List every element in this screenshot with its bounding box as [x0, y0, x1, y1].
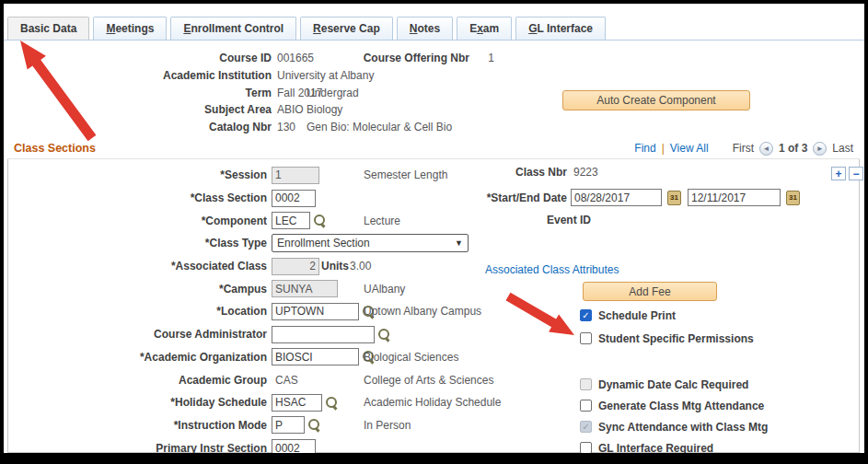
event-id-row: Event ID [4, 214, 591, 226]
student-specific-permissions-row: Student Specific Permissions [580, 328, 754, 349]
start-date-calendar-icon[interactable]: 31 [667, 191, 681, 205]
instruction-mode-input[interactable] [272, 416, 305, 434]
course-offering-value: 1 [488, 52, 494, 64]
location-input[interactable] [272, 303, 359, 320]
tab-bar: Basic DataMeetingsEnrollment ControlRese… [7, 17, 606, 40]
holiday-schedule-label: *Holiday Schedule [4, 396, 272, 409]
nav-separator: | [662, 142, 665, 155]
academic-institution-row: Academic InstitutionUniversity at Albany [4, 67, 648, 85]
gl-interface-required-row: GL Interface Required [580, 437, 768, 458]
primary-instr-section-label: Primary Instr Section [4, 442, 272, 455]
tab-notes[interactable]: Notes [397, 17, 453, 40]
tab-underline [4, 40, 864, 41]
subject-area-value: ABIO [277, 103, 304, 116]
academic-institution-value: University at Albany [277, 69, 374, 82]
class-nbr-label: Class Nbr [4, 166, 567, 179]
tab-basic-data[interactable]: Basic Data [7, 17, 89, 40]
next-row-button[interactable]: ► [813, 142, 827, 156]
location-description: Uptown Albany Campus [364, 305, 481, 318]
schedule-print-checkbox[interactable]: ✓ [580, 309, 592, 321]
sync-attendance-with-class-mtg-row: ✓Sync Attendance with Class Mtg [580, 416, 768, 437]
sync-attendance-with-class-mtg-label: Sync Attendance with Class Mtg [598, 421, 768, 434]
add-row-button[interactable]: + [831, 167, 846, 180]
academic-group-value: CAS [272, 374, 298, 387]
tab-meetings[interactable]: Meetings [93, 17, 167, 40]
dynamic-date-calc-required-row: Dynamic Date Calc Required [580, 374, 768, 395]
gl-interface-required-label: GL Interface Required [598, 442, 713, 455]
associated-class-attributes-link[interactable]: Associated Class Attributes [485, 263, 619, 276]
course-administrator-row: Course Administrator [4, 323, 469, 346]
academic-organization-row: *Academic OrganizationBiological Science… [4, 346, 469, 369]
holiday-schedule-lookup-icon[interactable] [325, 396, 339, 410]
instruction-mode-lookup-icon[interactable] [307, 418, 321, 432]
academic-organization-input[interactable] [272, 348, 359, 365]
class-type-selected-value: Enrollment Section [277, 237, 370, 249]
catalog-nbr-description: Gen Bio: Molecular & Cell Bio [307, 119, 452, 136]
add-fee-button[interactable]: Add Fee [583, 282, 717, 301]
subject-area-row: Subject AreaABIOBiology [4, 101, 648, 119]
student-specific-permissions-checkbox[interactable] [580, 332, 592, 344]
basic-data-page: Basic DataMeetingsEnrollment ControlRese… [0, 0, 868, 464]
dynamic-date-calc-required-label: Dynamic Date Calc Required [598, 378, 748, 391]
course-administrator-label: Course Administrator [4, 328, 272, 341]
primary-instr-section-row: Primary Instr Section [4, 436, 469, 459]
tab-gl-interface[interactable]: GL Interface [515, 17, 606, 40]
catalog-nbr-value: 130 [277, 121, 295, 133]
sync-attendance-with-class-mtg-checkbox: ✓ [580, 421, 592, 433]
location-row: *LocationUptown Albany Campus [4, 300, 469, 323]
auto-create-component-button[interactable]: Auto Create Component [562, 90, 750, 110]
associated-class-label: *Associated Class [4, 260, 272, 273]
class-section-form: *SessionSemester Length*Class Section*Co… [4, 164, 469, 459]
campus-description: UAlbany [364, 283, 405, 296]
class-type-select[interactable]: Enrollment Section▼ [272, 234, 469, 252]
associated-class-input [272, 258, 319, 275]
first-label: First [733, 142, 754, 155]
end-date-calendar-icon[interactable]: 31 [786, 191, 800, 205]
find-link[interactable]: Find [634, 142, 655, 155]
row-action-buttons: + − [831, 167, 863, 180]
academic-group-label: Academic Group [4, 374, 272, 387]
holiday-schedule-description: Academic Holiday Schedule [364, 396, 501, 409]
units-value: 3.00 [350, 260, 371, 273]
generate-class-mtg-attendance-row: Generate Class Mtg Attendance [580, 395, 768, 416]
class-nbr-row: Class Nbr 9223 [4, 166, 598, 179]
catalog-nbr-row: Catalog Nbr130Gen Bio: Molecular & Cell … [4, 119, 648, 136]
campus-input [272, 280, 338, 297]
last-label: Last [832, 142, 853, 155]
units-label: Units [321, 260, 349, 273]
tab-reserve-cap[interactable]: Reserve Cap [300, 17, 393, 40]
instruction-mode-description: In Person [364, 419, 411, 432]
course-administrator-lookup-icon[interactable] [377, 328, 391, 342]
view-all-link[interactable]: View All [670, 142, 709, 155]
generate-class-mtg-attendance-label: Generate Class Mtg Attendance [598, 400, 764, 412]
delete-row-button[interactable]: − [849, 167, 863, 180]
holiday-schedule-input[interactable] [272, 394, 322, 412]
start-date-input[interactable] [571, 189, 662, 206]
generate-class-mtg-attendance-checkbox[interactable] [580, 400, 592, 412]
term-description: Undergrad [307, 85, 359, 102]
schedule-print-row: ✓Schedule Print [580, 305, 676, 326]
student-specific-permissions-label: Student Specific Permissions [598, 332, 754, 345]
term-label: Term [4, 85, 272, 102]
subject-area-description: Biology [307, 101, 342, 119]
gl-interface-required-checkbox[interactable] [580, 442, 592, 454]
catalog-nbr-label: Catalog Nbr [4, 119, 272, 136]
tab-enrollment-control[interactable]: Enrollment Control [170, 17, 296, 40]
previous-row-button[interactable]: ◄ [759, 142, 773, 156]
class-sections-title: Class Sections [14, 142, 96, 155]
course-administrator-input[interactable] [272, 326, 375, 343]
dynamic-date-calc-required-checkbox [580, 378, 592, 390]
primary-instr-section-input[interactable] [272, 439, 316, 457]
class-sections-header: Class Sections Find | View All First ◄ 1… [7, 138, 860, 159]
course-offering-label: Course Offering Nbr [4, 50, 469, 67]
campus-row: *CampusUAlbany [4, 277, 469, 300]
tab-exam[interactable]: Exam [457, 17, 512, 40]
end-date-input[interactable] [688, 189, 781, 206]
term-row: TermFall 2017Undergrad [4, 85, 648, 102]
location-label: *Location [4, 305, 272, 318]
academic-organization-label: *Academic Organization [4, 351, 272, 364]
schedule-print-label: Schedule Print [598, 309, 676, 322]
academic-organization-description: Biological Sciences [364, 351, 458, 364]
class-type-label: *Class Type [4, 237, 272, 249]
course-offering-nbr: Course Offering Nbr 1 [4, 50, 494, 67]
